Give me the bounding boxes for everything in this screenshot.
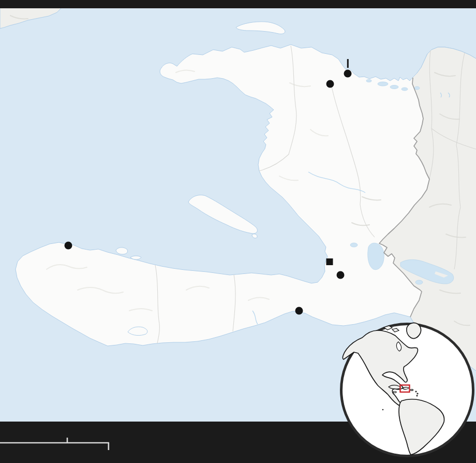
haiti-locator-map [0, 0, 476, 463]
globe-antilles-1 [415, 391, 416, 392]
globe-hispaniola [403, 387, 409, 389]
globe-antilles-3 [416, 395, 418, 396]
globe-greenland [407, 323, 421, 338]
grande-cayemite-island [116, 248, 128, 254]
map-marker-dot-3 [65, 242, 72, 250]
globe-inset [341, 323, 473, 456]
globe-jamaica [393, 392, 396, 393]
lake-azuei [368, 243, 384, 269]
globe-antilles-2 [417, 393, 418, 394]
map-marker-dot-2 [344, 70, 352, 78]
globe-puerto-rico [411, 389, 413, 391]
map-marker-square [326, 258, 333, 265]
map-canvas [0, 0, 476, 463]
map-marker-dot-4 [337, 271, 345, 279]
top-letterbox-bar [0, 0, 476, 8]
map-marker-dot-5 [295, 307, 303, 315]
trou-caiman-lake [350, 243, 358, 247]
map-marker-dot-1 [326, 80, 334, 88]
globe-galapagos-dot [382, 409, 383, 410]
